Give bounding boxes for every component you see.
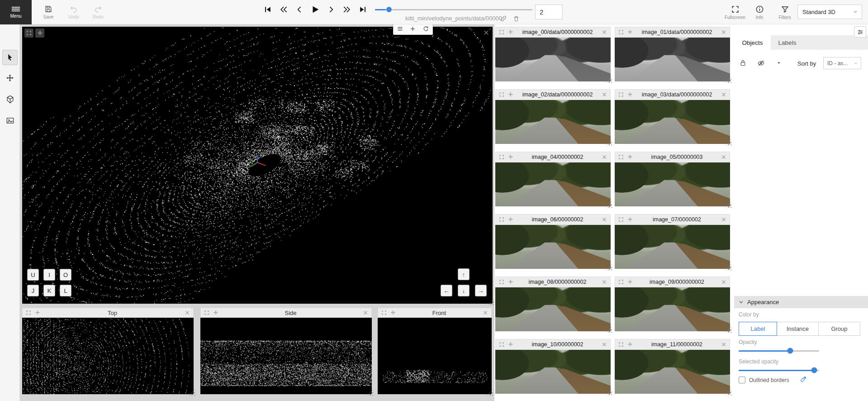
top-view-canvas[interactable]	[22, 318, 194, 394]
move-icon[interactable]	[626, 29, 634, 36]
reset-rotation-button[interactable]	[421, 24, 432, 34]
pan-up-button[interactable]: ↑	[458, 268, 470, 280]
expand-icon[interactable]	[25, 309, 32, 316]
hotkey-o-button[interactable]: O	[60, 269, 71, 281]
color-by-label-option[interactable]: Label	[739, 322, 777, 336]
expand-icon[interactable]	[498, 341, 505, 348]
pan-left-button[interactable]: ←	[441, 285, 452, 296]
close-icon[interactable]	[720, 216, 727, 223]
move-view-button[interactable]	[35, 29, 44, 38]
skip-to-start-button[interactable]	[262, 4, 273, 15]
hotkey-l-button[interactable]: L	[60, 285, 71, 296]
side-view-canvas[interactable]	[200, 318, 372, 394]
move-tool-button[interactable]	[2, 71, 18, 86]
front-view-canvas[interactable]	[378, 318, 492, 394]
image-thumbnail[interactable]	[495, 100, 611, 144]
redo-button[interactable]: Redo	[87, 2, 109, 23]
image-thumbnail[interactable]	[615, 38, 730, 81]
fast-rewind-button[interactable]	[278, 4, 289, 15]
opacity-slider[interactable]	[739, 348, 819, 354]
expand-icon[interactable]	[617, 29, 625, 36]
move-icon[interactable]	[626, 153, 634, 161]
close-icon[interactable]	[362, 309, 369, 316]
close-icon[interactable]	[720, 341, 727, 348]
sort-select[interactable]: ID - as...	[823, 57, 861, 69]
expand-icon[interactable]	[203, 309, 210, 316]
image-thumbnail[interactable]	[495, 225, 611, 269]
hotkey-j-button[interactable]: J	[27, 285, 39, 296]
close-icon[interactable]	[184, 309, 191, 316]
eyedropper-icon[interactable]	[799, 375, 807, 383]
expand-icon[interactable]	[498, 91, 505, 98]
tab-labels[interactable]: Labels	[771, 35, 804, 50]
close-icon[interactable]	[601, 29, 608, 36]
menu-button[interactable]: Menu	[0, 0, 32, 24]
lock-button[interactable]	[738, 58, 748, 68]
image-thumbnail[interactable]	[615, 100, 730, 144]
save-button[interactable]: Save	[37, 2, 60, 23]
caret-down-icon[interactable]	[774, 58, 784, 68]
frame-number-input[interactable]	[535, 5, 563, 19]
add-button[interactable]	[408, 24, 418, 34]
image-tool-button[interactable]	[2, 113, 18, 128]
close-icon[interactable]	[601, 91, 608, 98]
image-thumbnail[interactable]	[615, 350, 730, 394]
close-icon[interactable]	[601, 278, 608, 286]
view-menu-button[interactable]	[394, 24, 405, 34]
pan-right-button[interactable]: →	[475, 285, 487, 296]
image-thumbnail[interactable]	[495, 162, 611, 206]
slider-handle[interactable]	[811, 368, 817, 373]
close-icon[interactable]	[601, 216, 608, 223]
move-icon[interactable]	[626, 91, 634, 98]
close-icon[interactable]	[720, 91, 727, 98]
filters-button[interactable]: Filters	[773, 2, 796, 23]
play-button[interactable]	[310, 4, 321, 15]
expand-icon[interactable]	[498, 278, 505, 286]
move-icon[interactable]	[626, 216, 634, 223]
expand-icon[interactable]	[617, 153, 625, 161]
move-icon[interactable]	[507, 153, 514, 161]
move-icon[interactable]	[507, 91, 514, 98]
expand-icon[interactable]	[617, 216, 625, 223]
move-icon[interactable]	[507, 341, 514, 348]
move-icon[interactable]	[626, 341, 634, 348]
next-frame-button[interactable]	[326, 4, 337, 15]
expand-icon[interactable]	[498, 29, 505, 36]
move-icon[interactable]	[212, 309, 219, 316]
expand-icon[interactable]	[498, 153, 505, 161]
timeline-track[interactable]	[375, 9, 532, 10]
move-icon[interactable]	[626, 278, 634, 286]
select-tool-button[interactable]	[2, 50, 18, 65]
info-button[interactable]: Info	[748, 2, 771, 23]
close-icon[interactable]	[482, 309, 489, 316]
close-icon[interactable]	[601, 341, 608, 348]
move-icon[interactable]	[507, 216, 514, 223]
close-icon[interactable]	[601, 153, 608, 161]
color-by-instance-option[interactable]: Instance	[777, 322, 819, 336]
expand-icon[interactable]	[617, 278, 625, 286]
point-cloud-canvas[interactable]	[22, 27, 493, 304]
image-thumbnail[interactable]	[495, 350, 611, 394]
expand-icon[interactable]	[617, 91, 625, 98]
expand-icon[interactable]	[498, 216, 505, 223]
image-thumbnail[interactable]	[615, 287, 730, 331]
image-thumbnail[interactable]	[495, 287, 611, 331]
expand-icon[interactable]	[380, 309, 388, 316]
image-thumbnail[interactable]	[615, 225, 730, 269]
image-thumbnail[interactable]	[615, 162, 730, 206]
hotkey-u-button[interactable]: U	[27, 269, 39, 281]
close-icon[interactable]	[720, 153, 727, 161]
fullscreen-button[interactable]: Fullscreen	[721, 2, 749, 23]
previous-frame-button[interactable]	[294, 4, 305, 15]
selected-opacity-slider[interactable]	[739, 367, 819, 373]
appearance-section-header[interactable]: Appearance	[734, 296, 868, 308]
close-icon[interactable]	[720, 278, 727, 286]
panel-toggle-button[interactable]	[854, 26, 866, 38]
delete-frame-button[interactable]	[512, 14, 520, 23]
fast-forward-button[interactable]	[342, 4, 352, 15]
view-mode-select[interactable]: Standard 3D	[797, 5, 862, 19]
image-thumbnail[interactable]	[495, 38, 611, 81]
hotkey-i-button[interactable]: I	[43, 269, 55, 281]
hotkey-k-button[interactable]: K	[43, 285, 55, 296]
close-icon[interactable]	[720, 29, 727, 36]
